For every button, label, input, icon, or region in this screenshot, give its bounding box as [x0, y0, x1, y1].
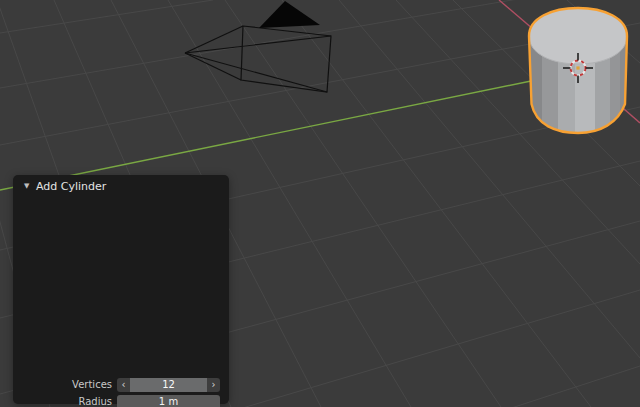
- stepper-right-icon[interactable]: ›: [207, 378, 220, 392]
- radius-label: Radius: [13, 395, 117, 407]
- radius-field[interactable]: 1 m: [117, 395, 220, 407]
- cylinder-object[interactable]: [525, 5, 630, 140]
- stepper-left-icon[interactable]: ‹: [117, 378, 130, 392]
- y-axis-line: [0, 81, 531, 190]
- add-cylinder-panel: ▼ Add Cylinder Vertices ‹ 12 › Radius 1 …: [13, 175, 229, 404]
- disclosure-triangle-icon[interactable]: ▼: [24, 182, 34, 190]
- camera-up-triangle: [259, 1, 320, 28]
- vertices-label: Vertices: [13, 378, 117, 392]
- vertices-value[interactable]: 12: [130, 378, 207, 392]
- panel-header[interactable]: ▼ Add Cylinder: [13, 175, 229, 197]
- vertices-stepper[interactable]: ‹ 12 ›: [117, 378, 220, 392]
- panel-title: Add Cylinder: [36, 180, 106, 193]
- field-row-radius: Radius 1 m: [13, 395, 229, 407]
- camera-object[interactable]: [185, 1, 331, 92]
- field-row-vertices: Vertices ‹ 12 ›: [13, 378, 229, 392]
